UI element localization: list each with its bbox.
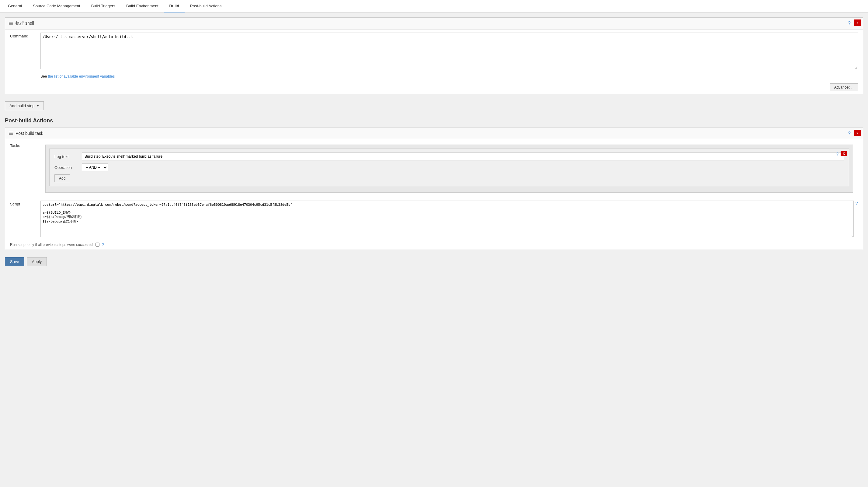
tab-bar: General Source Code Management Build Tri… [0, 0, 868, 12]
apply-button[interactable]: Apply [27, 257, 47, 266]
tab-post-build-actions[interactable]: Post-build Actions [185, 0, 227, 12]
tab-build-triggers[interactable]: Build Triggers [86, 0, 121, 12]
run-script-checkbox[interactable] [95, 242, 99, 247]
add-build-step-row: Add build step ▼ [5, 99, 863, 113]
post-build-task-title: Post build task [16, 131, 43, 136]
tab-build[interactable]: Build [164, 0, 185, 12]
tasks-row: Tasks x ? Log text Operation -- AND [5, 139, 863, 198]
tasks-label: Tasks [10, 142, 40, 148]
env-vars-link[interactable]: the list of available environment variab… [48, 74, 115, 79]
add-build-step-button[interactable]: Add build step ▼ [5, 102, 44, 110]
execute-shell-header: 执行 shell [5, 18, 863, 30]
command-control-area: <span class="cmd-text">/Users/ftcs-<span… [40, 33, 858, 70]
post-drag-handle[interactable] [9, 132, 13, 135]
dropdown-arrow-icon: ▼ [36, 104, 39, 108]
add-build-step-label: Add build step [9, 104, 34, 108]
command-row: Command <span class="cmd-text">/Users/ft… [5, 30, 863, 73]
save-button[interactable]: Save [5, 257, 24, 266]
tasks-area: x ? Log text Operation -- AND -- [45, 145, 853, 193]
operation-row: Operation -- AND -- [55, 164, 844, 171]
task-item-close-button[interactable]: x [841, 151, 847, 156]
execute-shell-card: 执行 shell x ? Command <span class="cmd-te… [5, 17, 863, 94]
script-label: Script [10, 201, 40, 206]
log-text-label: Log text [55, 154, 82, 159]
run-script-help-icon[interactable]: ? [101, 242, 104, 247]
post-build-task-header: Post build task [5, 128, 863, 139]
tab-source-code-management[interactable]: Source Code Management [27, 0, 86, 12]
advanced-button[interactable]: Advanced... [830, 83, 858, 91]
command-label: Command [10, 33, 40, 38]
advanced-row: Advanced... [5, 81, 863, 94]
run-script-row: Run script only if all previous steps we… [5, 239, 863, 250]
add-task-btn-row: Add [55, 174, 844, 182]
script-textarea[interactable]: posturl="https://oapi.dingtalk.com/robot… [40, 201, 854, 237]
post-build-actions-heading: Post-build Actions [5, 117, 863, 124]
env-vars-prefix: See [40, 74, 48, 79]
execute-shell-help-icon[interactable]: ? [848, 21, 851, 26]
script-row: Script posturl="https://oapi.dingtalk.co… [5, 198, 863, 239]
operation-select[interactable]: -- AND -- [82, 164, 108, 171]
run-script-label: Run script only if all previous steps we… [10, 242, 93, 247]
log-text-row: Log text [55, 152, 844, 161]
add-task-button[interactable]: Add [55, 174, 70, 182]
bottom-buttons: Save Apply [5, 255, 863, 268]
execute-shell-close-button[interactable]: x [854, 20, 861, 26]
command-input[interactable]: <span class="cmd-text">/Users/ftcs-<span… [40, 33, 858, 69]
tab-build-environment[interactable]: Build Environment [121, 0, 164, 12]
tasks-control-area: x ? Log text Operation -- AND -- [40, 142, 858, 195]
post-build-task-close-button[interactable]: x [854, 130, 861, 136]
drag-handle[interactable] [9, 22, 13, 25]
post-build-task-card: Post build task x ? Tasks x ? Log text [5, 127, 863, 250]
script-help-icon[interactable]: ? [856, 201, 858, 206]
env-vars-link-row: See the list of available environment va… [40, 74, 858, 79]
operation-label: Operation [55, 165, 82, 170]
log-text-input[interactable] [82, 152, 844, 161]
post-build-task-help-icon[interactable]: ? [848, 131, 851, 136]
execute-shell-title: 执行 shell [16, 21, 34, 26]
tab-general[interactable]: General [2, 0, 27, 12]
task-item: x ? Log text Operation -- AND -- [49, 148, 849, 186]
task-item-help-icon[interactable]: ? [836, 151, 838, 156]
main-content: 执行 shell x ? Command <span class="cmd-te… [0, 12, 868, 273]
